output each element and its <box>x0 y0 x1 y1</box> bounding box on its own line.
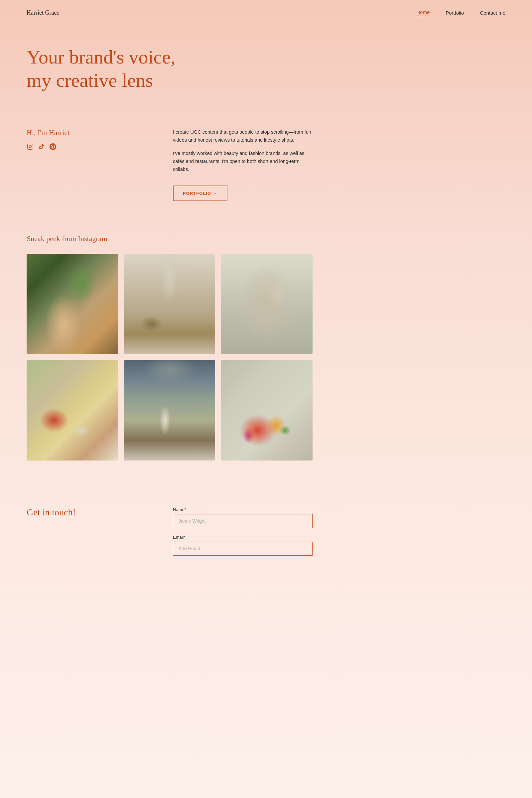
photo-5-overlay <box>124 360 215 460</box>
contact-left: Get in touch! <box>26 507 153 562</box>
hero-title: Your brand's voice, my creative lens <box>26 45 193 92</box>
photo-6-overlay <box>221 360 312 460</box>
portfolio-button[interactable]: PORTFOLIO → <box>173 186 227 201</box>
hero-section: Your brand's voice, my creative lens <box>0 25 532 122</box>
instagram-photo-6[interactable] <box>221 360 312 460</box>
photo-3-overlay <box>221 254 312 354</box>
photo-1-overlay <box>26 254 118 354</box>
svg-rect-0 <box>27 144 33 150</box>
site-logo: Harriet Grace <box>26 9 59 16</box>
intro-paragraph-2: I've mostly worked with beauty and fashi… <box>173 150 312 174</box>
site-header: Harriet Grace Home Portfolio Contact me <box>0 0 532 25</box>
nav-home[interactable]: Home <box>416 9 430 16</box>
pinterest-icon[interactable] <box>49 143 57 150</box>
contact-heading: Get in touch! <box>26 507 153 518</box>
instagram-section: Sneak peek from Instagram <box>0 221 532 480</box>
intro-paragraph-1: I create UGC content that gets people to… <box>173 128 312 144</box>
instagram-photo-4[interactable] <box>26 360 118 460</box>
instagram-photo-grid <box>26 254 312 460</box>
svg-point-2 <box>32 145 32 146</box>
intro-right: I create UGC content that gets people to… <box>173 128 312 201</box>
photo-4-overlay <box>26 360 118 460</box>
contact-form: Name* Email* <box>173 507 312 562</box>
instagram-photo-5[interactable] <box>124 360 215 460</box>
main-nav: Home Portfolio Contact me <box>416 9 506 16</box>
name-input[interactable] <box>173 514 312 528</box>
intro-left: Hi, I'm Harriet <box>26 128 153 201</box>
name-field-group: Name* <box>173 507 312 528</box>
email-input[interactable] <box>173 542 312 556</box>
instagram-icon[interactable] <box>26 143 34 150</box>
email-label: Email* <box>173 535 312 540</box>
photo-2-overlay <box>124 254 215 354</box>
contact-section: Get in touch! Name* Email* <box>0 480 532 582</box>
nav-portfolio[interactable]: Portfolio <box>445 10 464 16</box>
tiktok-icon[interactable] <box>38 143 45 150</box>
email-field-group: Email* <box>173 535 312 556</box>
svg-point-1 <box>29 146 32 148</box>
instagram-photo-2[interactable] <box>124 254 215 354</box>
instagram-section-heading: Sneak peek from Instagram <box>26 234 506 243</box>
instagram-photo-1[interactable] <box>26 254 118 354</box>
name-label: Name* <box>173 507 312 512</box>
nav-contact[interactable]: Contact me <box>480 10 506 16</box>
greeting-heading: Hi, I'm Harriet <box>26 128 153 137</box>
intro-section: Hi, I'm Harriet <box>0 122 532 221</box>
instagram-photo-3[interactable] <box>221 254 312 354</box>
social-icons-group <box>26 143 153 150</box>
